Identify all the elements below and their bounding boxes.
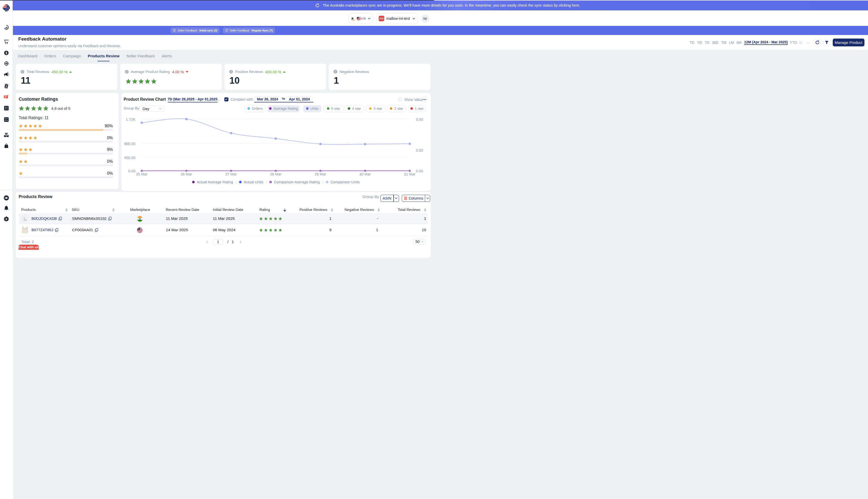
svg-text:a: a: [351, 16, 354, 20]
svg-text:$: $: [5, 51, 7, 55]
svg-text:$: $: [5, 85, 7, 87]
